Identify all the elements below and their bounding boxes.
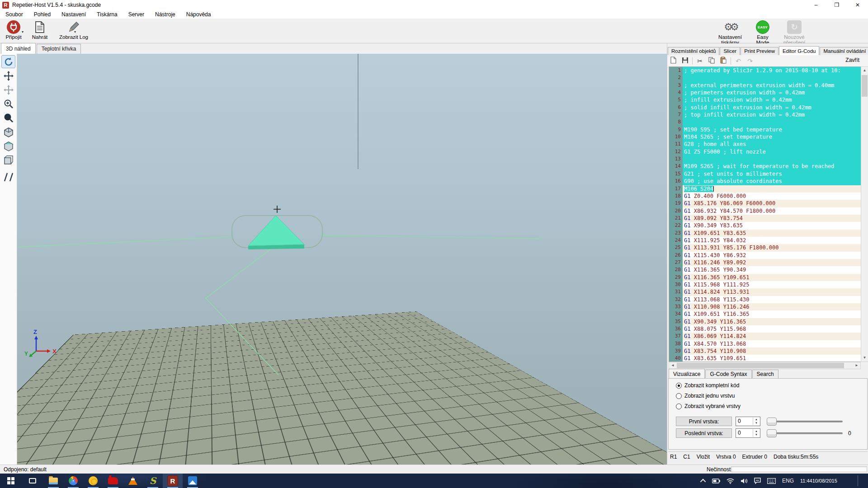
gcode-line[interactable]: 17M106 S204 <box>669 185 861 192</box>
gcode-line[interactable]: 27G1 X116.246 Y89.092 <box>669 259 861 266</box>
editor-vertical-scrollbar[interactable]: ▲ ▼ <box>861 66 868 362</box>
last-layer-slider[interactable] <box>767 429 843 438</box>
gcode-line[interactable]: 2 <box>669 74 861 81</box>
iso-view-button[interactable] <box>1 126 15 139</box>
tray-chevron-icon[interactable] <box>702 479 706 483</box>
taskbar-file-explorer[interactable] <box>43 474 63 488</box>
move-view-button[interactable] <box>1 69 15 82</box>
first-layer-button[interactable]: První vrstva: <box>676 417 732 426</box>
gcode-line[interactable]: 9M190 S95 ; set bed temperature <box>669 126 861 133</box>
taskbar-repetier-host[interactable]: R <box>163 474 183 488</box>
printer-settings-button[interactable]: ⚙⚙ Nastavení tiskárny <box>710 20 750 42</box>
menu-nastroje[interactable]: Nástroje <box>150 11 181 18</box>
gcode-line[interactable]: 13 <box>669 155 861 163</box>
battery-icon[interactable] <box>712 479 720 483</box>
gcode-line[interactable]: 39G1 X83.754 Y110.908 <box>669 347 861 355</box>
gcode-line[interactable]: 8 <box>669 118 861 126</box>
tab-teplotni-krivka[interactable]: Teplotní křivka <box>37 44 81 54</box>
save-icon[interactable] <box>681 57 689 65</box>
taskbar-photos[interactable] <box>183 474 203 488</box>
slider-thumb[interactable] <box>767 429 777 437</box>
front-view-button[interactable] <box>1 154 15 167</box>
easy-mode-button[interactable]: EASY Easy Mode <box>751 20 774 42</box>
radio-single-layer[interactable]: Zobrazit jednu vrstvu <box>676 393 735 399</box>
gcode-line[interactable]: 5; infill extrusion width = 0.42mm <box>669 96 861 103</box>
gcode-line[interactable]: 34G1 X109.651 Y116.365 <box>669 310 861 318</box>
gcode-line[interactable]: 14M109 S265 ; wait for temperature to be… <box>669 163 861 170</box>
copy-icon[interactable] <box>708 57 715 65</box>
touch-keyboard-icon[interactable] <box>767 478 776 484</box>
gcode-line[interactable]: 11G28 ; home all axes <box>669 141 861 148</box>
gcode-line[interactable]: 37G1 X86.069 Y114.824 <box>669 333 861 340</box>
taskbar-slicer[interactable]: S <box>143 474 163 488</box>
radio-icon[interactable] <box>676 404 682 409</box>
spinner-arrows-icon[interactable]: ▲▼ <box>753 429 760 437</box>
tab-3d-nahled[interactable]: 3D náhled <box>1 43 36 54</box>
gcode-line[interactable]: 31G1 X114.824 Y113.931 <box>669 288 861 296</box>
zoom-in-button[interactable] <box>1 97 15 110</box>
radio-selected-layers[interactable]: Zobrazit vybrané vrstvy <box>676 403 741 409</box>
first-layer-slider[interactable] <box>767 417 843 426</box>
slider-thumb[interactable] <box>767 418 777 426</box>
menu-napoveda[interactable]: Nápověda <box>181 11 217 18</box>
tab-vizualizace[interactable]: Vizualizace <box>669 369 705 379</box>
show-desktop-divider[interactable] <box>858 475 858 486</box>
gcode-line[interactable]: 36G1 X88.075 Y115.968 <box>669 325 861 333</box>
radio-icon[interactable] <box>676 393 682 399</box>
tab-print-preview[interactable]: Print Preview <box>741 47 778 55</box>
taskbar-clock[interactable]: 11:44 10/08/2015 <box>800 478 837 484</box>
gcode-line[interactable]: 21G1 X89.092 Y83.754 <box>669 215 861 222</box>
gcode-line[interactable]: 32G1 X113.068 Y115.430 <box>669 296 861 303</box>
task-view-button[interactable] <box>23 474 42 488</box>
editor-close-button[interactable]: Zavřít <box>845 57 859 63</box>
gcode-line[interactable]: 16G90 ; use absolute coordinates <box>669 178 861 185</box>
gcode-line[interactable]: 22G1 X90.349 Y83.635 <box>669 222 861 229</box>
wifi-icon[interactable] <box>726 478 734 484</box>
editor-horizontal-scrollbar[interactable]: ◄ ► <box>669 362 861 369</box>
gcode-line[interactable]: 28G1 X116.365 Y90.349 <box>669 266 861 273</box>
gcode-line[interactable]: 38G1 X84.570 Y113.068 <box>669 340 861 347</box>
gcode-line[interactable]: 20G1 X86.932 Y84.570 F1800.000 <box>669 207 861 215</box>
emergency-stop-button[interactable]: ↻ Nouzové přerušení <box>775 20 814 42</box>
radio-icon[interactable] <box>676 383 682 389</box>
scrollbar-thumb[interactable] <box>677 363 844 368</box>
taskbar-chrome-canary[interactable] <box>83 474 103 488</box>
connect-dropdown-icon[interactable]: ▾ <box>22 30 24 34</box>
menu-soubor[interactable]: Soubor <box>0 11 28 18</box>
zoom-fit-button[interactable] <box>1 111 15 124</box>
parallel-projection-button[interactable] <box>1 170 15 183</box>
connect-button[interactable]: ▾ Připojit <box>2 20 25 42</box>
tab-gcode-syntax[interactable]: G-Code Syntax <box>705 370 751 379</box>
viewport-3d[interactable]: Z X Y <box>17 54 667 465</box>
move-object-button[interactable] <box>1 83 15 96</box>
tab-slicer[interactable]: Slicer <box>720 47 740 55</box>
tab-search[interactable]: Search <box>752 370 778 379</box>
gcode-line[interactable]: 6; solid infill extrusion width = 0.42mm <box>669 104 861 111</box>
scroll-down-icon[interactable]: ▼ <box>861 354 868 361</box>
gcode-line[interactable]: 10M104 S265 ; set temperature <box>669 133 861 141</box>
gcode-line[interactable]: 29G1 X116.365 Y109.651 <box>669 274 861 281</box>
gcode-editor[interactable]: 1; generated by Slic3r 1.2.9 on 2015-08-… <box>669 66 861 362</box>
scroll-left-icon[interactable]: ◄ <box>669 362 676 369</box>
action-center-icon[interactable] <box>754 478 761 484</box>
gcode-line[interactable]: 24G1 X111.925 Y84.032 <box>669 237 861 244</box>
gcode-line[interactable]: 15G21 ; set units to millimeters <box>669 170 861 178</box>
taskbar-vlc[interactable] <box>123 474 143 488</box>
cut-icon[interactable]: ✂ <box>696 57 703 65</box>
redo-icon[interactable]: ↷ <box>746 57 754 65</box>
gcode-line[interactable]: 23G1 X109.651 Y83.635 <box>669 230 861 237</box>
taskbar-bullguard[interactable] <box>103 474 123 488</box>
first-layer-spinner[interactable]: 0 ▲▼ <box>736 417 760 426</box>
gcode-line[interactable]: 19G1 X85.176 Y86.069 F6000.000 <box>669 200 861 207</box>
gcode-line[interactable]: 4; perimeters extrusion width = 0.42mm <box>669 89 861 96</box>
language-indicator[interactable]: ENG <box>782 478 794 484</box>
minimize-button[interactable]: – <box>806 0 826 10</box>
undo-icon[interactable]: ↶ <box>735 57 742 65</box>
gcode-line[interactable]: 18G1 Z0.400 F6000.000 <box>669 192 861 200</box>
gcode-line[interactable]: 25G1 X113.931 Y85.176 F1800.000 <box>669 244 861 251</box>
new-file-icon[interactable] <box>670 56 677 65</box>
maximize-button[interactable]: ❐ <box>826 0 847 10</box>
gcode-line[interactable]: 40G1 X83.635 Y109.651 <box>669 355 861 362</box>
gcode-line[interactable]: 12G1 Z5 F5000 ; lift nozzle <box>669 148 861 155</box>
gcode-line[interactable]: 35G1 X90.349 Y116.365 <box>669 318 861 325</box>
